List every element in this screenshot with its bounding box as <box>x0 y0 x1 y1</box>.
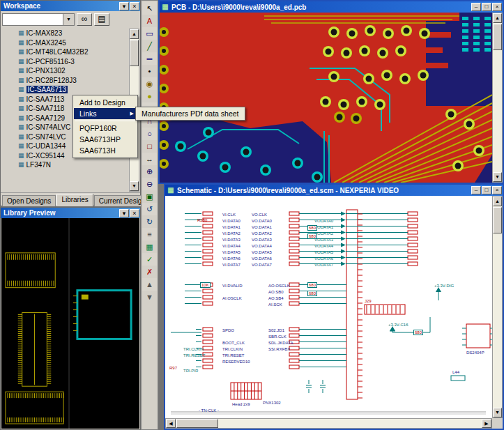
bus-tool-icon[interactable]: ═ <box>142 52 157 65</box>
document-icon: ▤ <box>98 14 105 24</box>
rolldown-icon[interactable]: ▾ <box>119 2 129 10</box>
menu-item-pqfp160r[interactable]: PQFP160R <box>74 123 137 134</box>
schematic-titlebar[interactable]: ▦ Schematic - D:\Users\i9000\reva\i9000a… <box>165 185 503 196</box>
pcb-window-title: PCB - D:\Users\i9000\reva\i9000a_ed.pcb <box>171 3 306 11</box>
footprint-preview-canvas[interactable] <box>1 218 139 429</box>
component-search-combo[interactable]: ▼ <box>2 13 75 26</box>
library-preview-title: Library Preview <box>3 209 55 217</box>
menu-item-saa6713hp[interactable]: SAA6713HP <box>74 134 137 145</box>
menu-item-add-to-design[interactable]: Add to Design <box>74 97 137 108</box>
scroll-right-icon[interactable]: ▶ <box>482 419 491 428</box>
layers-icon[interactable]: ≡ <box>142 228 157 240</box>
via <box>395 45 406 56</box>
rect-tool-icon[interactable]: □ <box>142 140 157 153</box>
via <box>473 145 484 156</box>
submenu-item-manufacturers-datasheet[interactable]: Manufacturers PDf data sheet <box>142 109 239 118</box>
circle-tool-icon[interactable]: ○ <box>142 128 157 140</box>
scrollbar-thumb[interactable] <box>176 419 218 428</box>
schematic-canvas[interactable]: VI.CLKVI.DATA0VI.DATA1VI.DATA2VI.DATA3VI… <box>165 196 492 418</box>
menu-item-label: Links <box>79 109 97 118</box>
menu-item-links[interactable]: Links▶ <box>74 108 137 119</box>
tree-item-label: IC-RC28F128J3 <box>26 77 77 84</box>
tree-item[interactable]: ▦IC-RC28F128J3 <box>1 76 128 86</box>
datasheet-button[interactable]: ▤ <box>94 13 109 26</box>
via <box>334 112 345 123</box>
pcb-vertical-scrollbar[interactable]: ▲ ▼ <box>492 13 503 183</box>
flip-horizontal-icon[interactable]: ▼ <box>142 291 157 303</box>
workspace-toolbar: ▼ ∞ ▤ <box>1 11 140 28</box>
rolldown-icon[interactable]: ▾ <box>119 209 129 217</box>
junction-tool-icon[interactable]: • <box>142 65 157 77</box>
component-tool-icon[interactable]: ▭ <box>142 27 157 40</box>
select-tool-icon[interactable]: ↖ <box>142 2 157 15</box>
pcb-titlebar[interactable]: ▦ PCB - D:\Users\i9000\reva\i9000a_ed.pc… <box>160 1 503 13</box>
tree-item[interactable]: ▦IC-MAX3245 <box>1 38 128 48</box>
links-submenu: Manufacturers PDf data sheet <box>135 107 245 121</box>
library-part-icon: ▦ <box>18 153 24 159</box>
zoom-window-tool-icon[interactable]: ▣ <box>142 190 157 203</box>
tree-item-label: IC-SAA7118 <box>26 105 65 112</box>
tree-item[interactable]: ▦IC-MAX823 <box>1 29 128 38</box>
flip-vertical-icon[interactable]: ▲ <box>142 278 157 291</box>
pcb-canvas[interactable] <box>160 13 492 183</box>
workspace-titlebar[interactable]: Workspace ▾ × <box>1 1 140 11</box>
scrollbar-thumb[interactable] <box>493 207 502 233</box>
tree-item-label: IC-SAA6713 <box>26 86 68 93</box>
close-icon[interactable]: × <box>130 209 139 217</box>
scroll-up-icon[interactable]: ▲ <box>493 13 502 23</box>
tab-open-designs[interactable]: Open Designs <box>2 195 56 206</box>
scroll-down-icon[interactable]: ▼ <box>130 181 139 191</box>
maximize-icon[interactable]: □ <box>482 186 491 194</box>
submenu-arrow-icon: ▶ <box>130 111 134 116</box>
via-tool-icon[interactable]: ◉ <box>142 77 157 90</box>
scroll-left-icon[interactable]: ◀ <box>166 419 176 428</box>
minimize-icon[interactable]: – <box>471 3 481 11</box>
schematic-window-title: Schematic - D:\Users\i9000\reva\i9000a_e… <box>177 187 399 194</box>
tab-libraries[interactable]: Libraries <box>56 194 93 206</box>
scroll-up-icon[interactable]: ▲ <box>493 197 502 206</box>
scroll-down-icon[interactable]: ▼ <box>493 172 502 182</box>
close-icon[interactable]: × <box>492 3 502 11</box>
scrollbar-thumb[interactable] <box>130 40 139 66</box>
find-component-button[interactable]: ∞ <box>77 13 92 26</box>
zoom-out-tool-icon[interactable]: ⊖ <box>142 178 157 190</box>
scroll-down-icon[interactable]: ▼ <box>493 408 502 417</box>
menu-item-saa6713h[interactable]: SAA6713H <box>74 145 137 156</box>
undo-icon[interactable]: ↺ <box>142 203 157 215</box>
grid-icon[interactable]: ▦ <box>142 240 157 253</box>
redo-icon[interactable]: ↻ <box>142 215 157 228</box>
drc-check-icon[interactable]: ✓ <box>142 253 157 266</box>
tree-item[interactable]: ▦LF347N <box>1 160 128 170</box>
combo-dropdown-icon[interactable]: ▼ <box>63 14 74 25</box>
via <box>320 96 331 107</box>
close-icon[interactable]: × <box>492 186 502 194</box>
scrollbar-thumb[interactable] <box>493 24 502 50</box>
tree-item-label: IC-MT48LC4M32B2 <box>26 48 89 56</box>
via <box>365 25 376 36</box>
menu-item-label: Add to Design <box>79 98 125 107</box>
via <box>374 99 385 110</box>
zoom-in-tool-icon[interactable]: ⊕ <box>142 165 157 178</box>
tree-item[interactable]: ▦IC-SAA6713 <box>1 85 128 95</box>
maximize-icon[interactable]: □ <box>482 3 491 11</box>
workspace-tabs: Open DesignsLibrariesCurrent Design <box>1 192 140 206</box>
scroll-up-icon[interactable]: ▲ <box>130 29 139 39</box>
combo-value[interactable] <box>3 14 63 25</box>
tree-item[interactable]: ▦IC-PCF85116-3 <box>1 57 128 67</box>
delete-icon[interactable]: ✗ <box>142 266 157 278</box>
schematic-horizontal-scrollbar[interactable]: ◀ ▶ <box>165 418 492 429</box>
tree-item[interactable]: ▦IC-PNX1302 <box>1 66 128 76</box>
close-icon[interactable]: × <box>130 2 139 10</box>
tree-item[interactable]: ▦IC-MT48LC4M32B2 <box>1 47 128 57</box>
library-part-icon: ▦ <box>18 77 24 84</box>
pad-tool-icon[interactable]: ● <box>142 90 157 102</box>
measure-tool-icon[interactable]: ↔ <box>142 153 157 165</box>
wire-tool-icon[interactable]: ╱ <box>142 40 157 52</box>
library-part-icon: ▦ <box>18 162 24 168</box>
via <box>175 141 186 152</box>
tree-item-label: IC-SAA7113 <box>26 95 65 103</box>
minimize-icon[interactable]: – <box>471 186 481 194</box>
text-tool-icon[interactable]: A <box>142 15 157 27</box>
library-preview-titlebar[interactable]: Library Preview ▾ × <box>1 208 140 218</box>
schematic-vertical-scrollbar[interactable]: ▲ ▼ <box>492 196 503 418</box>
